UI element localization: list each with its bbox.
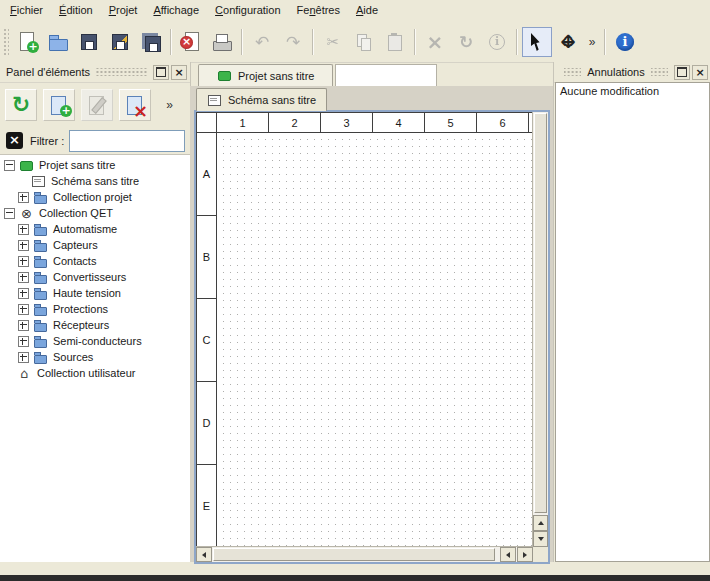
edit-element-button[interactable] [81, 89, 113, 121]
tree-item[interactable]: Haute tension [0, 285, 190, 301]
new-element-button[interactable] [43, 89, 75, 121]
reload-collections-button[interactable] [5, 89, 37, 121]
tree-item[interactable]: Automatisme [0, 221, 190, 237]
dock-drag-handle[interactable] [651, 68, 668, 76]
plus-expander-icon[interactable] [18, 240, 29, 251]
menu-affichage[interactable]: Affichage [145, 0, 207, 22]
reload-collections-icon [10, 94, 32, 116]
folder-icon [33, 287, 48, 300]
tree-item[interactable]: Collection utilisateur [0, 365, 190, 381]
qelectrotech-window: FichierÉditionProjetAffichageConfigurati… [0, 0, 710, 581]
about-qet-button[interactable] [610, 27, 640, 57]
plus-expander-icon[interactable] [18, 224, 29, 235]
scroll-up-button[interactable] [533, 515, 548, 531]
plus-expander-icon[interactable] [18, 320, 29, 331]
tree-item[interactable]: Convertisseurs [0, 269, 190, 285]
folder-icon [33, 303, 48, 316]
redo-icon [282, 31, 304, 53]
arrow-left-icon [202, 552, 206, 558]
elements-panel-float-button[interactable] [153, 65, 169, 80]
print-button[interactable] [207, 27, 237, 57]
tree-item[interactable]: Projet sans titre [0, 157, 190, 173]
minus-expander-icon[interactable] [4, 208, 15, 219]
menu-fichier[interactable]: Fichier [2, 0, 51, 22]
row-ruler: ABCDE [197, 133, 217, 546]
plus-expander-icon[interactable] [18, 304, 29, 315]
cut-button[interactable] [318, 27, 348, 57]
redo-button[interactable] [278, 27, 308, 57]
tree-item-label: Collection QET [37, 207, 115, 219]
tree-item[interactable]: Protections [0, 301, 190, 317]
elements-panel-close-button[interactable]: × [171, 65, 187, 80]
tree-item-label: Schéma sans titre [49, 175, 141, 187]
vertical-scrollbar-thumb[interactable] [534, 113, 547, 513]
pan-tool-button[interactable] [553, 27, 583, 57]
menu-edition[interactable]: Édition [51, 0, 101, 22]
vertical-scrollbar[interactable] [532, 112, 548, 547]
float-icon [156, 67, 166, 77]
tree-item[interactable]: Sources [0, 349, 190, 365]
minus-expander-icon[interactable] [4, 160, 15, 171]
plus-expander-icon[interactable] [18, 336, 29, 347]
undo-button[interactable] [247, 27, 277, 57]
copy-button[interactable] [349, 27, 379, 57]
tree-item[interactable]: Contacts [0, 253, 190, 269]
tree-item[interactable]: Collection QET [0, 205, 190, 221]
tree-item[interactable]: Capteurs [0, 237, 190, 253]
ruler-corner [197, 113, 217, 133]
toolbar-overflow-button[interactable]: » [584, 27, 600, 57]
save-button[interactable] [74, 27, 104, 57]
undo-list-item[interactable]: Aucune modification [560, 85, 705, 100]
horizontal-scrollbar-thumb[interactable] [213, 548, 495, 561]
menu-projet[interactable]: Projet [101, 0, 146, 22]
close-file-button[interactable] [176, 27, 206, 57]
rotate-button[interactable] [451, 27, 481, 57]
undo-panel-float-button[interactable] [674, 65, 690, 80]
new-file-button[interactable] [12, 27, 42, 57]
scroll-down-button[interactable] [533, 531, 548, 547]
dock-drag-handle[interactable] [96, 68, 147, 76]
tree-item[interactable]: Récepteurs [0, 317, 190, 333]
paste-button[interactable] [380, 27, 410, 57]
save-as-button[interactable] [105, 27, 135, 57]
plus-expander-icon[interactable] [18, 192, 29, 203]
menu-fenetres[interactable]: Fenêtres [289, 0, 348, 22]
plus-expander-icon[interactable] [18, 288, 29, 299]
scrollbar-corner [533, 547, 548, 562]
delete-button[interactable] [420, 27, 450, 57]
tree-item[interactable]: Schéma sans titre [0, 173, 190, 189]
scroll-right-button[interactable] [517, 547, 533, 562]
select-tool-button[interactable] [522, 27, 552, 57]
copy-icon [353, 31, 375, 53]
open-file-button[interactable] [43, 27, 73, 57]
project-tab-label: Projet sans titre [238, 70, 314, 82]
plus-expander-icon[interactable] [18, 272, 29, 283]
undo-panel-close-button[interactable]: × [692, 65, 708, 80]
tab-projet-sans-titre[interactable]: Projet sans titre [198, 64, 333, 86]
new-file-icon [16, 31, 38, 53]
window-bottom-edge [0, 575, 710, 581]
plus-expander-icon[interactable] [18, 256, 29, 267]
left-toolbar-overflow-button[interactable]: » [160, 97, 179, 113]
menu-aide[interactable]: Aide [348, 0, 386, 22]
arrow-down-icon [538, 537, 544, 541]
tree-item[interactable]: Semi-conducteurs [0, 333, 190, 349]
diagram-canvas[interactable] [217, 133, 532, 546]
tree-item[interactable]: Collection projet [0, 189, 190, 205]
tab-schema-sans-titre[interactable]: Schéma sans titre [196, 88, 327, 111]
delete-element-button[interactable] [119, 89, 151, 121]
info-button[interactable] [482, 27, 512, 57]
save-all-button[interactable] [136, 27, 166, 57]
clear-filter-button[interactable] [5, 131, 25, 151]
row-label: B [197, 216, 216, 299]
plus-expander-icon[interactable] [18, 352, 29, 363]
dock-drag-handle[interactable] [564, 68, 581, 76]
schema-tab-label: Schéma sans titre [228, 94, 316, 106]
scroll-left-button[interactable] [196, 547, 212, 562]
menu-configuration[interactable]: Configuration [207, 0, 288, 22]
scroll-left-button-2[interactable] [500, 547, 516, 562]
toolbar-handle[interactable] [3, 28, 9, 56]
filter-input[interactable] [69, 130, 185, 152]
qet-icon [19, 207, 34, 220]
horizontal-scrollbar[interactable] [196, 546, 533, 562]
